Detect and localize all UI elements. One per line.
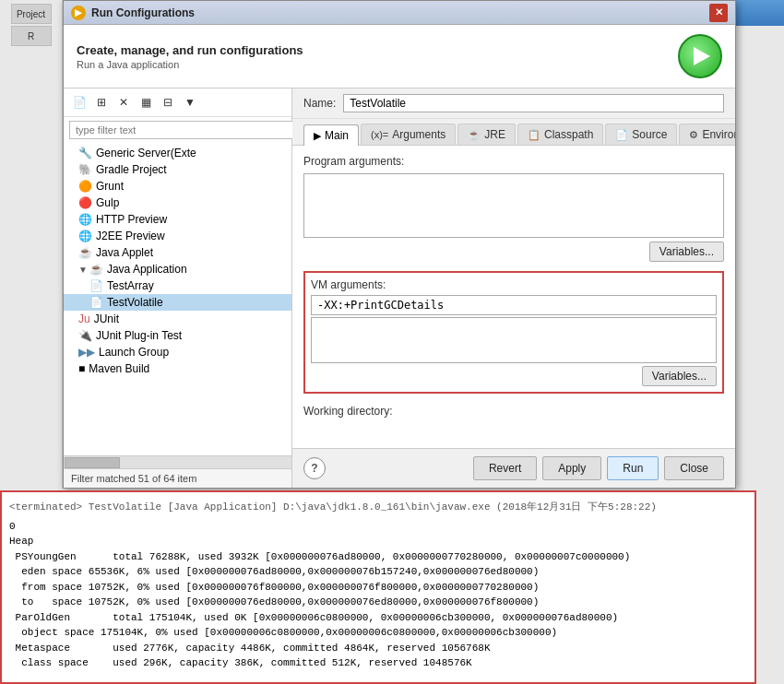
tab-environment-label: Environment [702, 128, 735, 141]
tree-label-gradle: Gradle Project [96, 163, 167, 176]
name-label: Name: [303, 97, 336, 110]
run-config-icon: ▶ [71, 6, 86, 20]
program-arguments-section: Program arguments: Variables... [303, 155, 724, 262]
collapse-all-button[interactable]: ⊟ [158, 92, 178, 112]
grunt-icon: 🟠 [78, 180, 92, 193]
launch-icon: ▶▶ [78, 346, 95, 359]
console-line-from: from space 10752K, 0% used [0x000000076f… [9, 580, 747, 596]
tab-source-label: Source [632, 128, 667, 141]
jre-tab-icon: ☕ [468, 129, 481, 141]
class-icon-volatile: 📄 [89, 296, 103, 309]
http-icon: 🌐 [78, 213, 92, 226]
vars-row-2: Variables... [311, 366, 717, 386]
tab-main[interactable]: ▶ Main [303, 124, 359, 146]
tree-label-test-volatile: TestVolatile [107, 296, 163, 309]
tree-item-java-applet[interactable]: ☕ Java Applet [64, 244, 291, 261]
tab-arguments[interactable]: (x)= Arguments [361, 124, 456, 145]
vm-arguments-section: VM arguments: Variables... [303, 271, 724, 394]
tree-item-java-application[interactable]: ▼ ☕ Java Application [64, 261, 291, 277]
close-button[interactable]: Close [664, 456, 724, 480]
tree-label-java-app: Java Application [107, 263, 187, 276]
left-panel: 📄 ⊞ ✕ ▦ ⊟ ▼ 🔧 Generic Server(Exte 🐘 G [64, 88, 292, 488]
side-r-btn[interactable]: R [11, 26, 52, 46]
expand-arrow: ▼ [78, 265, 88, 275]
tab-classpath[interactable]: 📋 Classpath [517, 124, 603, 145]
tab-jre[interactable]: ☕ JRE [457, 124, 516, 145]
help-button[interactable]: ? [303, 457, 326, 479]
tree-item-gulp[interactable]: 🔴 Gulp [64, 195, 291, 211]
dialog-close-button[interactable]: ✕ [709, 4, 728, 22]
dialog-body: 📄 ⊞ ✕ ▦ ⊟ ▼ 🔧 Generic Server(Exte 🐘 G [64, 88, 735, 488]
working-directory-section: Working directory: [303, 405, 724, 421]
filter-input[interactable] [69, 121, 297, 139]
tree-label-junit: JUnit [94, 313, 119, 325]
tree-item-test-volatile[interactable]: 📄 TestVolatile [64, 294, 291, 311]
new-config-button[interactable]: 📄 [69, 92, 89, 112]
tree-item-launch-group[interactable]: ▶▶ Launch Group [64, 344, 291, 360]
console-line-eden: eden space 65536K, 6% used [0x000000076a… [9, 564, 747, 580]
source-tab-icon: 📄 [615, 129, 628, 141]
dialog-title: Run Configurations [91, 6, 195, 19]
working-directory-label: Working directory: [303, 405, 724, 418]
console-line-meta: Metaspace used 2776K, capacity 4486K, co… [9, 641, 747, 656]
delete-config-button[interactable]: ✕ [113, 92, 134, 112]
tab-arguments-label: Arguments [392, 128, 445, 141]
gulp-icon: 🔴 [78, 196, 92, 209]
horizontal-scrollbar[interactable] [64, 455, 291, 468]
console-line-heap: Heap [9, 534, 747, 549]
args-tab-icon: (x)= [371, 129, 388, 140]
apply-button[interactable]: Apply [542, 456, 601, 480]
env-tab-icon: ⚙ [689, 129, 698, 141]
run-button[interactable]: Run [607, 456, 659, 480]
program-arguments-label: Program arguments: [303, 155, 724, 168]
tree-label-generic-server: Generic Server(Exte [96, 147, 196, 159]
tab-source[interactable]: 📄 Source [605, 124, 677, 145]
run-icon [678, 34, 722, 78]
java-app-icon: ☕ [89, 263, 103, 276]
tree-item-gradle[interactable]: 🐘 Gradle Project [64, 161, 291, 178]
title-left: ▶ Run Configurations [71, 6, 195, 20]
dialog-header-text: Create, manage, and run configurations R… [77, 43, 303, 70]
console-line-to: to space 10752K, 0% used [0x000000076ed8… [9, 595, 747, 610]
scrollbar-thumb-h [65, 457, 120, 468]
filter-status: Filter matched 51 of 64 item [64, 468, 291, 488]
tab-content-main: Program arguments: Variables... VM argum… [292, 146, 735, 448]
tree-item-junit[interactable]: Ju JUnit [64, 311, 291, 327]
tree-item-maven[interactable]: ■ Maven Build [64, 360, 291, 377]
tree-label-j2ee: J2EE Preview [96, 230, 165, 242]
dialog-header-title: Create, manage, and run configurations [77, 43, 303, 57]
run-configurations-dialog: ▶ Run Configurations ✕ Create, manage, a… [63, 0, 736, 489]
tree-label-launch-group: Launch Group [99, 346, 169, 359]
vars-row-1: Variables... [303, 242, 724, 262]
tree-item-j2ee[interactable]: 🌐 J2EE Preview [64, 228, 291, 244]
tree-item-http-preview[interactable]: 🌐 HTTP Preview [64, 211, 291, 228]
vm-arguments-textarea[interactable] [311, 317, 717, 363]
tree-label-applet: Java Applet [96, 246, 153, 259]
tree-item-grunt[interactable]: 🟠 Grunt [64, 178, 291, 195]
revert-button[interactable]: Revert [473, 456, 537, 480]
dialog-titlebar: ▶ Run Configurations ✕ [64, 1, 735, 25]
side-project-btn[interactable]: Project [11, 4, 52, 24]
variables-button-2[interactable]: Variables... [642, 366, 717, 386]
eclipse-side-panel: Project R [0, 0, 63, 489]
console-line-parold: ParOldGen total 175104K, used 0K [0x0000… [9, 610, 747, 626]
console-line-object: object space 175104K, 0% used [0x0000000… [9, 625, 747, 641]
program-arguments-input[interactable] [303, 173, 724, 238]
vm-arguments-input[interactable] [311, 295, 717, 315]
tree-item-junit-plugin[interactable]: 🔌 JUnit Plug-in Test [64, 327, 291, 344]
more-button[interactable]: ▼ [180, 92, 200, 112]
tree-item-test-array[interactable]: 📄 TestArray [64, 277, 291, 294]
variables-button-1[interactable]: Variables... [649, 242, 724, 262]
console-line-class: class space used 296K, capacity 386K, co… [9, 655, 747, 671]
left-toolbar: 📄 ⊞ ✕ ▦ ⊟ ▼ [64, 88, 291, 117]
tab-jre-label: JRE [484, 128, 505, 141]
console-panel: <terminated> TestVolatile [Java Applicat… [0, 490, 756, 684]
tab-environment[interactable]: ⚙ Environment [679, 124, 735, 145]
config-name-input[interactable] [343, 94, 724, 112]
filter-button[interactable]: ▦ [136, 92, 156, 112]
tree-label-maven: Maven Build [89, 362, 149, 375]
server-icon: 🔧 [78, 147, 92, 159]
tree-item-generic-server[interactable]: 🔧 Generic Server(Exte [64, 145, 291, 161]
plugin-icon: 🔌 [78, 329, 92, 342]
duplicate-config-button[interactable]: ⊞ [91, 92, 112, 112]
